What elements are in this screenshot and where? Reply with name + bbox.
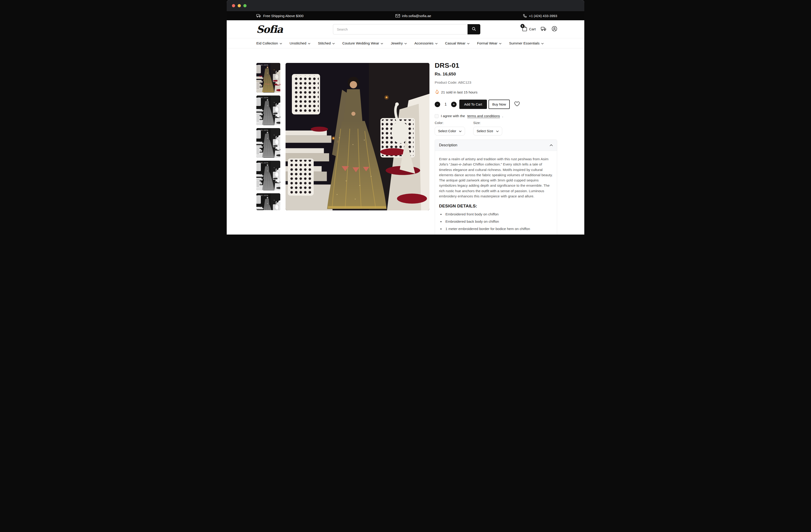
nav-label: Casual Wear	[445, 41, 465, 45]
chevron-down-icon	[308, 41, 310, 45]
product-details-panel: DRS-01 Rs. 16,650 Product Code: ABC123 2…	[435, 63, 557, 235]
search-icon	[472, 27, 476, 32]
design-detail-item: Embroidered back body on chiffon	[444, 219, 553, 224]
minimize-window-button[interactable]	[238, 4, 241, 7]
chevron-up-icon	[550, 143, 553, 147]
design-details-heading: DESIGN DETAILS:	[439, 204, 553, 208]
nav-item-stitched[interactable]: Stitched	[318, 41, 335, 45]
product-page-content: ASIM JOFA ASIM JOFA ASIM JOFA ASIM JOFA …	[227, 48, 584, 235]
nav-label: Jewelry	[391, 41, 403, 45]
add-to-cart-button[interactable]: Add To Cart	[459, 99, 487, 109]
description-body: Enter a realm of artistry and tradition …	[435, 151, 557, 235]
cart-button[interactable]: 5 Cart	[522, 26, 536, 32]
design-details-list: Embroidered front body on chiffon Embroi…	[439, 212, 553, 235]
truck-icon	[256, 14, 261, 18]
wishlist-button[interactable]	[514, 101, 520, 107]
nav-item-unstitched[interactable]: Unstitched	[290, 41, 310, 45]
search-bar	[333, 24, 480, 34]
watermark-text: ASIM JOFA	[258, 97, 269, 98]
size-select[interactable]: Select Size	[473, 127, 502, 136]
main-navigation: Eid Collection Unstitched Stitched Coutu…	[227, 38, 584, 48]
design-detail-item: 1 meter embroidered border for bodice he…	[444, 227, 553, 231]
color-select-value: Select Color	[438, 129, 456, 133]
watermark-text: ASIM JOFA	[258, 162, 269, 164]
product-title: DRS-01	[435, 62, 557, 69]
description-card: Description Enter a realm of artistry an…	[435, 140, 557, 235]
nav-item-eid-collection[interactable]: Eid Collection	[256, 41, 282, 45]
description-paragraph: Enter a realm of artistry and tradition …	[439, 156, 553, 199]
announcement-bar: Free Shipping Above $300 info.sofia@sofi…	[227, 11, 584, 20]
heart-icon	[514, 101, 520, 107]
nav-label: Summer Essentials	[509, 41, 540, 45]
site-logo[interactable]: Sofia	[256, 24, 333, 35]
search-input[interactable]	[333, 24, 468, 34]
nav-item-couture-wedding-wear[interactable]: Couture Wedding Wear	[342, 41, 383, 45]
purchase-row: - 1 + Add To Cart Buy Now	[435, 99, 557, 109]
design-detail-item: 22 embroidered kalis on chiffon	[444, 234, 553, 235]
flame-icon	[435, 89, 439, 95]
maximize-window-button[interactable]	[243, 4, 247, 7]
nav-item-summer-essentials[interactable]: Summer Essentials	[509, 41, 544, 45]
search-button[interactable]	[468, 24, 480, 34]
chevron-down-icon	[435, 41, 438, 45]
quantity-decrease-button[interactable]: -	[435, 101, 440, 107]
chevron-down-icon	[332, 41, 335, 45]
contact-email[interactable]: info.sofia@sofia.ae	[396, 14, 431, 18]
chevron-down-icon	[467, 41, 470, 45]
truck-icon	[541, 27, 547, 32]
cart-label: Cart	[529, 27, 536, 31]
variant-options: Color: Select Color Size: Select Size	[435, 121, 557, 136]
buy-now-button[interactable]: Buy Now	[489, 99, 510, 109]
product-thumbnail-1[interactable]: ASIM JOFA	[256, 63, 280, 93]
nav-item-accessories[interactable]: Accessories	[414, 41, 438, 45]
chevron-down-icon	[541, 41, 544, 45]
color-select[interactable]: Select Color	[435, 127, 465, 136]
watermark-text: ASIM JOFA	[258, 64, 269, 66]
account-button[interactable]	[552, 26, 557, 32]
quantity-increase-button[interactable]: +	[451, 101, 457, 107]
product-thumbnail-5[interactable]: ASIM JOFA	[256, 193, 280, 210]
close-window-button[interactable]	[232, 4, 235, 7]
track-order-button[interactable]	[541, 27, 547, 32]
nav-label: Eid Collection	[256, 41, 278, 45]
nav-item-jewelry[interactable]: Jewelry	[391, 41, 407, 45]
nav-label: Formal Wear	[477, 41, 498, 45]
browser-window: Free Shipping Above $300 info.sofia@sofi…	[227, 0, 584, 235]
agree-suffix: .	[502, 114, 503, 118]
product-thumbnail-3[interactable]: ASIM JOFA	[256, 128, 280, 158]
design-detail-item: Embroidered front body on chiffon	[444, 212, 553, 216]
terms-and-conditions-link[interactable]: terms and conditions	[467, 114, 500, 118]
product-thumbnail-2[interactable]: ASIM JOFA	[256, 95, 280, 125]
color-label: Color:	[435, 121, 465, 125]
nav-item-casual-wear[interactable]: Casual Wear	[445, 41, 470, 45]
mail-icon	[396, 14, 400, 18]
description-accordion-header[interactable]: Description	[435, 140, 557, 151]
watermark-text: ASIM JOFA	[258, 129, 269, 131]
nav-item-formal-wear[interactable]: Formal Wear	[477, 41, 502, 45]
chevron-down-icon	[404, 41, 407, 45]
nav-label: Stitched	[318, 41, 331, 45]
product-thumbnail-4[interactable]: ASIM JOFA	[256, 161, 280, 190]
size-option: Size: Select Size	[473, 121, 502, 136]
thumbnail-column: ASIM JOFA ASIM JOFA ASIM JOFA ASIM JOFA …	[256, 63, 280, 210]
terms-checkbox[interactable]	[435, 114, 439, 118]
sold-notice: 21 sold in last 15 hours	[435, 89, 557, 95]
chevron-down-icon	[459, 129, 462, 133]
quantity-value: 1	[440, 102, 451, 107]
contact-phone[interactable]: +1 (424) 433-3993	[523, 14, 557, 18]
description-header-label: Description	[439, 143, 457, 147]
user-icon	[552, 26, 557, 32]
phone-text: +1 (424) 433-3993	[529, 14, 557, 18]
email-text: info.sofia@sofia.ae	[402, 14, 431, 18]
product-main-image[interactable]	[286, 63, 429, 210]
chevron-down-icon	[280, 41, 282, 45]
nav-label: Accessories	[414, 41, 433, 45]
chevron-down-icon	[499, 41, 502, 45]
chevron-down-icon	[381, 41, 383, 45]
terms-agreement-row: I agree with the terms and conditions .	[435, 114, 557, 118]
header-actions: 5 Cart	[522, 26, 557, 32]
agree-text: I agree with the	[441, 114, 465, 118]
color-option: Color: Select Color	[435, 121, 465, 136]
site-header: Sofia 5 Cart	[227, 20, 584, 38]
product-code: Product Code: ABC123	[435, 80, 557, 84]
